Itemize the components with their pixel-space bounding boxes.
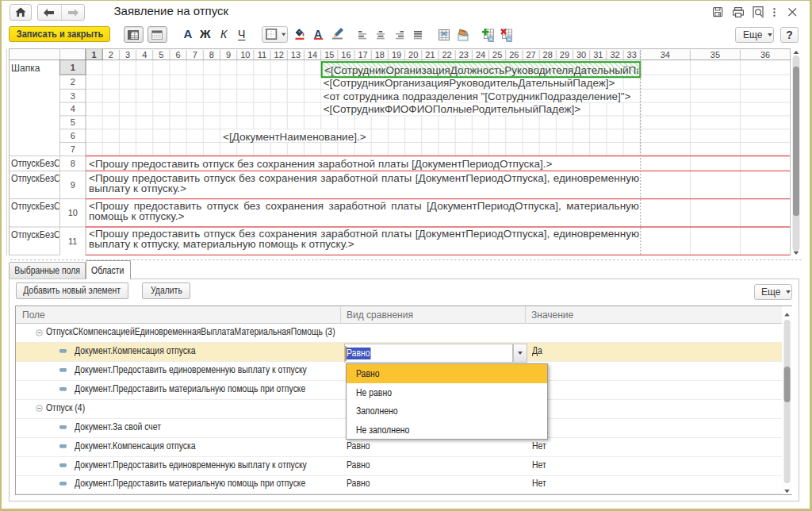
svg-text:<от сотрудника подразделения ": <от сотрудника подразделения "[Сотрудник… <box>324 90 631 102</box>
svg-text:30: 30 <box>576 50 586 60</box>
svg-text:10: 10 <box>68 208 78 217</box>
svg-text:<Прошу предоставить отпуск без: <Прошу предоставить отпуск без сохранени… <box>89 228 639 240</box>
svg-text:9: 9 <box>71 180 75 190</box>
svg-text:(н): (н) <box>442 31 447 36</box>
svg-text:23: 23 <box>459 50 469 60</box>
svg-text:11: 11 <box>68 236 77 246</box>
svg-text:3: 3 <box>125 50 130 60</box>
svg-text:ОтпускБезО: ОтпускБезО <box>11 159 61 168</box>
svg-text:11: 11 <box>258 50 266 60</box>
svg-text:8: 8 <box>209 50 214 60</box>
svg-text:5: 5 <box>71 117 75 127</box>
svg-text:27: 27 <box>526 50 535 60</box>
svg-text:35: 35 <box>710 50 720 60</box>
svg-text:22: 22 <box>442 50 451 60</box>
svg-text:36: 36 <box>760 50 770 60</box>
svg-text:21: 21 <box>425 50 435 60</box>
svg-text:19: 19 <box>392 50 401 60</box>
svg-text:5: 5 <box>159 50 163 60</box>
svg-text:ОтпускБезО: ОтпускБезО <box>11 202 61 211</box>
svg-text:18: 18 <box>375 50 385 60</box>
svg-text:Шапка: Шапка <box>11 63 40 74</box>
svg-text:выплату к отпуску, материальну: выплату к отпуску, материальную помощь к… <box>89 238 354 250</box>
svg-text:2: 2 <box>71 77 75 86</box>
svg-text:1: 1 <box>71 63 75 72</box>
svg-text:помощь к отпуску.>: помощь к отпуску.> <box>89 210 184 222</box>
svg-text:выплату к отпуску.>: выплату к отпуску.> <box>89 182 186 194</box>
svg-text:<Прошу предоставить отпуск без: <Прошу предоставить отпуск без сохранени… <box>89 158 552 170</box>
svg-text:14: 14 <box>308 50 317 60</box>
svg-text:<[СотрудникФИОФИОПолныеРодител: <[СотрудникФИОФИОПолныеРодительныйПадеж]… <box>324 103 581 115</box>
svg-text:<[СотрудникОрганизацияДолжност: <[СотрудникОрганизацияДолжностьРуководит… <box>324 64 642 76</box>
svg-text:17: 17 <box>358 50 367 60</box>
svg-text:12: 12 <box>274 50 284 60</box>
svg-text:<[СотрудникОрганизацияРуководи: <[СотрудникОрганизацияРуководительДатель… <box>324 77 615 89</box>
svg-text:10: 10 <box>240 50 250 60</box>
svg-text:32: 32 <box>610 50 619 60</box>
svg-text:33: 33 <box>627 50 637 60</box>
svg-text:7: 7 <box>193 50 197 60</box>
svg-text:20: 20 <box>408 50 418 60</box>
svg-text:8: 8 <box>71 159 75 168</box>
svg-text:6: 6 <box>71 131 75 140</box>
svg-text:31: 31 <box>593 50 603 60</box>
svg-text:6: 6 <box>175 50 180 60</box>
svg-text:26: 26 <box>509 50 519 60</box>
svg-text:25: 25 <box>492 50 502 60</box>
svg-text:29: 29 <box>560 50 569 60</box>
svg-text:ОтпускБезО: ОтпускБезО <box>11 229 61 239</box>
svg-text:ОтпускБезО: ОтпускБезО <box>11 174 61 183</box>
svg-text:<[ДокументНаименование].>: <[ДокументНаименование].> <box>223 131 366 143</box>
svg-text:9: 9 <box>226 50 231 60</box>
svg-text:4: 4 <box>142 50 147 60</box>
svg-text:15: 15 <box>324 50 334 60</box>
svg-text:2: 2 <box>109 50 113 60</box>
svg-text:1: 1 <box>92 50 97 60</box>
svg-text:7: 7 <box>71 144 75 154</box>
svg-text:24: 24 <box>476 50 485 60</box>
svg-text:16: 16 <box>341 50 350 60</box>
svg-text:13: 13 <box>291 50 301 60</box>
svg-text:28: 28 <box>543 50 553 60</box>
svg-text:4: 4 <box>71 104 75 113</box>
svg-text:34: 34 <box>661 50 670 60</box>
svg-text:3: 3 <box>71 91 75 101</box>
